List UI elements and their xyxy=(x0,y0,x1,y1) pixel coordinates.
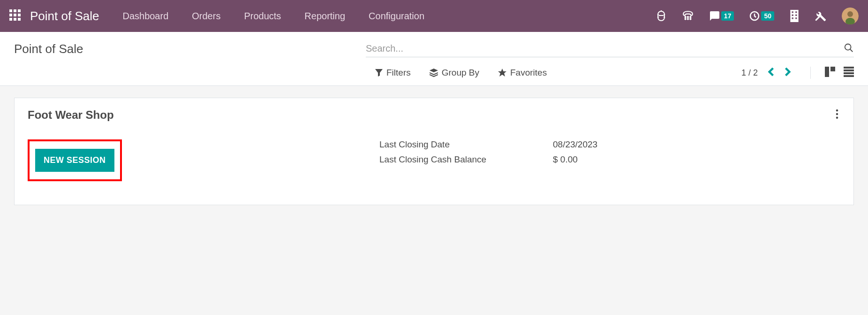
groupby-label: Group By xyxy=(442,68,479,78)
svg-point-9 xyxy=(685,18,686,19)
svg-point-24 xyxy=(847,11,853,17)
nav-dashboard[interactable]: Dashboard xyxy=(122,11,168,22)
filter-group: Filters Group By Favorites xyxy=(375,68,741,78)
cash-balance-value: $ 0.00 xyxy=(553,154,578,165)
card-menu-icon[interactable] xyxy=(834,108,840,123)
svg-rect-8 xyxy=(18,18,21,21)
svg-point-10 xyxy=(687,18,688,19)
activities-badge: 50 xyxy=(761,11,774,21)
kanban-view-icon[interactable] xyxy=(825,67,835,79)
debug-icon[interactable] xyxy=(656,10,667,22)
svg-rect-3 xyxy=(9,14,12,16)
svg-point-26 xyxy=(845,44,851,50)
svg-rect-7 xyxy=(14,18,16,21)
nav-reporting[interactable]: Reporting xyxy=(304,11,345,22)
svg-rect-19 xyxy=(792,15,793,16)
pager-count[interactable]: 1 / 2 xyxy=(741,68,758,78)
svg-rect-33 xyxy=(844,75,854,77)
info-row-closing-date: Last Closing Date 08/23/2023 xyxy=(379,139,840,150)
closing-date-label: Last Closing Date xyxy=(379,139,553,150)
svg-rect-21 xyxy=(792,17,793,19)
layers-icon xyxy=(430,69,438,77)
content-area: Foot Wear Shop NEW SESSION Last Closing … xyxy=(0,86,868,217)
activities-icon[interactable]: 50 xyxy=(749,10,774,22)
top-navbar: Point of Sale Dashboard Orders Products … xyxy=(0,0,868,32)
svg-rect-0 xyxy=(9,9,12,12)
messages-badge: 17 xyxy=(721,11,734,21)
filters-button[interactable]: Filters xyxy=(375,68,411,78)
pager-next-icon[interactable] xyxy=(784,67,792,78)
svg-point-11 xyxy=(690,18,691,19)
filter-icon xyxy=(375,69,383,77)
svg-point-36 xyxy=(836,117,838,119)
favorites-button[interactable]: Favorites xyxy=(498,68,547,78)
svg-point-35 xyxy=(836,113,838,115)
closing-date-value: 08/23/2023 xyxy=(553,139,597,150)
messages-icon[interactable]: 17 xyxy=(709,10,734,22)
svg-rect-29 xyxy=(830,67,835,71)
nav-products[interactable]: Products xyxy=(244,11,281,22)
search-icon[interactable] xyxy=(844,43,854,55)
list-view-icon[interactable] xyxy=(844,67,854,79)
groupby-button[interactable]: Group By xyxy=(430,68,479,78)
svg-rect-22 xyxy=(795,17,797,19)
svg-rect-1 xyxy=(14,9,16,12)
svg-rect-5 xyxy=(18,14,21,16)
svg-point-12 xyxy=(685,16,686,17)
building-icon[interactable] xyxy=(789,10,800,22)
page-title: Point of Sale xyxy=(14,42,366,56)
app-title[interactable]: Point of Sale xyxy=(30,9,99,23)
svg-line-27 xyxy=(850,49,853,52)
shop-title: Foot Wear Shop xyxy=(28,108,114,122)
star-icon xyxy=(498,69,506,77)
svg-rect-4 xyxy=(14,14,16,16)
svg-rect-6 xyxy=(9,18,12,21)
pos-kanban-card: Foot Wear Shop NEW SESSION Last Closing … xyxy=(14,98,854,205)
pager: 1 / 2 xyxy=(741,67,792,78)
svg-rect-30 xyxy=(844,67,854,69)
info-row-cash-balance: Last Closing Cash Balance $ 0.00 xyxy=(379,154,840,165)
highlight-annotation: NEW SESSION xyxy=(28,139,122,181)
view-switcher xyxy=(810,67,854,79)
svg-rect-2 xyxy=(18,9,21,12)
svg-rect-18 xyxy=(795,11,797,13)
pager-prev-icon[interactable] xyxy=(767,67,775,78)
svg-rect-16 xyxy=(790,10,798,22)
svg-rect-31 xyxy=(844,69,854,71)
user-avatar[interactable] xyxy=(842,8,859,24)
tools-icon[interactable] xyxy=(815,10,827,22)
svg-rect-32 xyxy=(844,72,854,74)
svg-point-14 xyxy=(690,16,691,17)
svg-rect-17 xyxy=(792,11,793,13)
nav-configuration[interactable]: Configuration xyxy=(369,11,424,22)
control-panel: Point of Sale Filters Group By Favorites xyxy=(0,32,868,86)
svg-rect-20 xyxy=(795,15,797,16)
search-wrapper xyxy=(366,40,854,57)
nav-icons-group: 17 50 xyxy=(656,8,859,24)
new-session-button[interactable]: NEW SESSION xyxy=(35,149,114,172)
phone-icon[interactable] xyxy=(682,10,694,22)
nav-orders[interactable]: Orders xyxy=(192,11,220,22)
svg-rect-28 xyxy=(825,67,829,77)
svg-point-13 xyxy=(687,16,688,17)
apps-grid-icon[interactable] xyxy=(9,9,21,23)
svg-point-34 xyxy=(836,109,838,111)
cash-balance-label: Last Closing Cash Balance xyxy=(379,154,553,165)
nav-menu: Dashboard Orders Products Reporting Conf… xyxy=(122,11,655,22)
favorites-label: Favorites xyxy=(510,68,547,78)
filters-label: Filters xyxy=(386,68,411,78)
search-input[interactable] xyxy=(366,40,844,57)
